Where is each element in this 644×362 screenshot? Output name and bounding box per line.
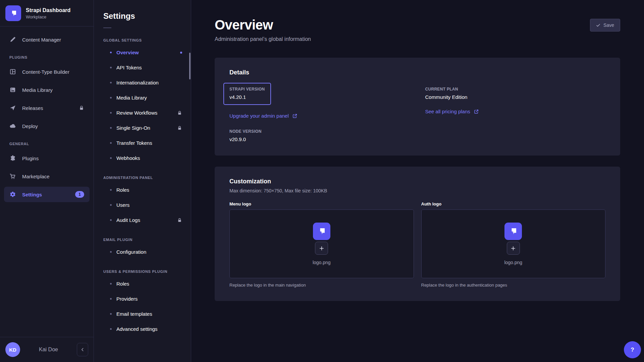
subnav-item-configuration[interactable]: Configuration [94, 244, 191, 259]
subnav-item-email-templates[interactable]: Email templates [94, 306, 191, 321]
subnav-item-review-workflows[interactable]: Review Workflows [94, 105, 191, 120]
bullet-icon [110, 313, 112, 315]
page-title: Overview [215, 17, 311, 33]
node-version-field: NODE VERSION v20.9.0 [229, 129, 410, 142]
subnav-item-label: Roles [116, 187, 129, 193]
strapi-version-value: v4.20.1 [229, 94, 265, 100]
sidebar-footer: KD Kai Doe [0, 337, 94, 362]
subnav-item-admin-roles[interactable]: Roles [94, 182, 191, 197]
strapi-version-highlight: STRAPI VERSION v4.20.1 [223, 83, 271, 105]
save-button[interactable]: Save [590, 19, 620, 32]
subnav-item-audit-logs[interactable]: Audit Logs [94, 213, 191, 228]
subnav-item-admin-users[interactable]: Users [94, 197, 191, 213]
brand-title: Strapi Dashboard [26, 7, 70, 13]
add-auth-logo-button[interactable] [507, 242, 520, 255]
bullet-icon [110, 82, 112, 83]
lock-icon [177, 125, 182, 130]
details-card-title: Details [229, 69, 605, 76]
subnav-item-providers[interactable]: Providers [94, 291, 191, 306]
subnav-item-label: Single Sign-On [116, 125, 150, 131]
sidebar-item-settings[interactable]: Settings 1 [4, 187, 90, 202]
subnav-item-label: Roles [116, 281, 129, 287]
subnav-scrollbar[interactable] [189, 53, 191, 79]
upgrade-admin-panel-link[interactable]: Upgrade your admin panel [229, 113, 298, 119]
bullet-icon [110, 112, 112, 114]
subnav-item-label: Internationalization [116, 80, 159, 85]
bullet-icon [110, 127, 112, 129]
node-version-value: v20.9.0 [229, 136, 410, 142]
workspace-brand[interactable]: Strapi Dashboard Workplace [0, 0, 94, 26]
customization-card: Customization Max dimension: 750×750, Ma… [215, 167, 620, 301]
sidebar-item-marketplace[interactable]: Marketplace [4, 169, 90, 184]
page-header: Overview Administration panel’s global i… [215, 17, 620, 42]
sidebar-item-label: Releases [22, 105, 43, 111]
sidebar-item-deploy[interactable]: Deploy [4, 118, 90, 134]
notification-badge: 1 [75, 191, 84, 198]
bullet-icon [110, 251, 112, 253]
subnav-title: Settings [94, 11, 191, 21]
lock-icon [177, 110, 182, 115]
sidebar-item-plugins[interactable]: Plugins [4, 150, 90, 166]
pricing-link-label: See all pricing plans [425, 109, 470, 114]
details-left-column: STRAPI VERSION v4.20.1 Upgrade your admi… [229, 83, 410, 142]
subnav-item-internationalization[interactable]: Internationalization [94, 75, 191, 90]
subnav-item-overview[interactable]: Overview [94, 45, 191, 60]
subnav-item-label: Audit Logs [116, 217, 140, 223]
bullet-icon [110, 67, 112, 68]
auth-logo-label: Auth logo [421, 201, 606, 206]
subnav-item-webhooks[interactable]: Webhooks [94, 150, 191, 166]
subnav-item-transfer-tokens[interactable]: Transfer Tokens [94, 135, 191, 150]
chevron-left-icon [80, 347, 85, 352]
sidebar-item-label: Content Manager [22, 37, 61, 43]
external-link-icon [474, 109, 479, 114]
current-plan-label: CURRENT PLAN [425, 87, 606, 92]
external-link-icon [292, 113, 298, 119]
sidebar-item-media-library[interactable]: Media Library [4, 82, 90, 98]
add-menu-logo-button[interactable] [315, 242, 328, 255]
collapse-sidebar-button[interactable] [77, 343, 88, 356]
sidebar-item-label: Plugins [22, 156, 39, 161]
pricing-plans-link[interactable]: See all pricing plans [425, 109, 479, 114]
logo-upload-grid: Menu logo logo.png Replace the logo in t… [229, 201, 605, 288]
sidebar-item-releases[interactable]: Releases [4, 100, 90, 116]
bullet-icon [110, 204, 112, 206]
pen-icon [9, 36, 16, 43]
customization-card-subtitle: Max dimension: 750×750, Max file size: 1… [229, 188, 605, 193]
subnav-item-label: Users [116, 202, 129, 208]
auth-logo-description: Replace the logo in the authentication p… [421, 283, 606, 288]
auth-logo-group: Auth logo logo.png Replace the logo in t… [421, 201, 606, 288]
subnav-section-users-permissions: USERS & PERMISSIONS PLUGIN [94, 269, 191, 274]
help-button[interactable]: ? [624, 341, 641, 358]
subnav-item-label: Overview [116, 50, 139, 55]
customization-card-title: Customization [229, 178, 605, 185]
sidebar-section-general: GENERAL [4, 142, 90, 146]
sidebar-item-label: Marketplace [22, 174, 50, 179]
paper-plane-icon [9, 105, 16, 111]
details-grid: STRAPI VERSION v4.20.1 Upgrade your admi… [229, 83, 605, 142]
bullet-icon [110, 328, 112, 330]
subnav-item-media-library[interactable]: Media Library [94, 90, 191, 105]
subnav-item-up-roles[interactable]: Roles [94, 276, 191, 291]
layout-icon [9, 68, 16, 75]
bullet-icon [110, 52, 112, 53]
bullet-icon [110, 142, 112, 144]
cloud-icon [9, 123, 16, 129]
strapi-logo-icon [5, 5, 21, 21]
avatar[interactable]: KD [5, 342, 20, 357]
save-button-label: Save [603, 22, 614, 28]
menu-logo-upload-box[interactable]: logo.png [229, 209, 414, 278]
subnav-item-advanced-settings[interactable]: Advanced settings [94, 321, 191, 337]
sidebar-item-content-type-builder[interactable]: Content-Type Builder [4, 64, 90, 79]
subnav-item-api-tokens[interactable]: API Tokens [94, 60, 191, 75]
bullet-icon [110, 157, 112, 159]
subnav-section-administration-panel: ADMINISTRATION PANEL [94, 176, 191, 180]
subnav-item-single-sign-on[interactable]: Single Sign-On [94, 120, 191, 135]
sidebar-item-content-manager[interactable]: Content Manager [4, 32, 90, 47]
subnav-rule [103, 27, 111, 28]
strapi-version-label: STRAPI VERSION [229, 87, 265, 92]
bullet-icon [110, 97, 112, 99]
page-subtitle: Administration panel’s global informatio… [215, 36, 311, 42]
subnav-item-label: Providers [116, 296, 138, 302]
current-plan-value: Community Edition [425, 94, 606, 100]
auth-logo-upload-box[interactable]: logo.png [421, 209, 606, 278]
